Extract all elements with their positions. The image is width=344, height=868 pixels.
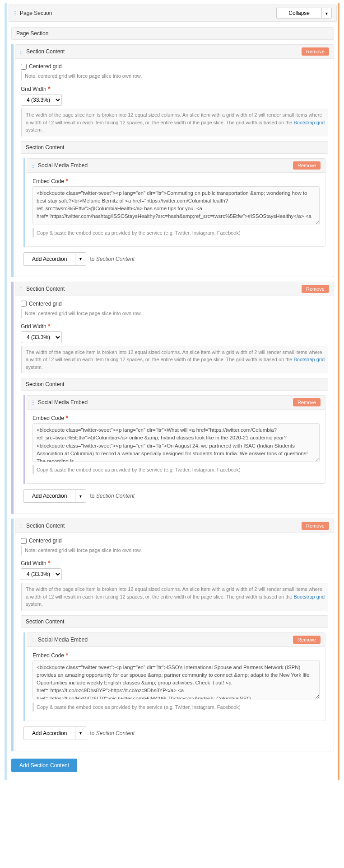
add-accordion-caret-button[interactable]: ▾ [75, 252, 86, 266]
drag-handle-icon[interactable]: :::: [20, 50, 24, 53]
grid-width-help: The width of the page slice item is brok… [21, 108, 328, 137]
remove-button[interactable]: Remove [302, 285, 329, 293]
required-icon: * [65, 177, 68, 184]
grid-width-help: The width of the page slice item is brok… [21, 583, 328, 611]
social-media-embed-title: Social Media Embed [38, 637, 88, 643]
centered-grid-note: Note: centered grid will force page slic… [21, 546, 328, 555]
grid-width-select[interactable]: 4 (33.3%) [21, 568, 62, 580]
add-accordion-button[interactable]: Add Accordion [23, 489, 75, 503]
section-content-subtitle: Section Content [26, 144, 64, 151]
bootstrap-grid-link[interactable]: Bootstrap grid [294, 594, 325, 599]
remove-button[interactable]: Remove [302, 47, 329, 56]
to-section-content-label: to Section Content [90, 256, 135, 262]
embed-code-textarea[interactable] [33, 660, 320, 699]
section-content-block: :::: Section Content Remove Centered gri… [11, 44, 334, 277]
embed-code-textarea[interactable] [33, 423, 320, 462]
add-section-content-button[interactable]: Add Section Content [11, 759, 77, 772]
collapse-button[interactable]: Collapse [276, 8, 321, 19]
centered-grid-checkbox[interactable] [21, 538, 27, 544]
section-content-subtitle: Section Content [26, 381, 64, 387]
grid-width-label: Grid Width * [21, 559, 328, 566]
page-section-title: Page Section [20, 10, 52, 16]
remove-embed-button[interactable]: Remove [293, 161, 321, 170]
embed-help-note: Copy & paste the embed code as provided … [33, 465, 320, 474]
remove-embed-button[interactable]: Remove [293, 398, 321, 406]
drag-handle-icon[interactable]: :::: [20, 287, 24, 291]
embed-code-label: Embed Code * [33, 177, 320, 184]
embed-code-label: Embed Code * [33, 414, 320, 421]
required-icon: * [48, 322, 50, 330]
embed-help-note: Copy & paste the embed code as provided … [33, 228, 320, 237]
embed-code-label: Embed Code * [33, 651, 320, 659]
collapse-caret-button[interactable]: ▾ [321, 8, 332, 19]
section-content-title: Section Content [26, 523, 65, 529]
centered-grid-label: Centered grid [29, 63, 62, 70]
bootstrap-grid-link[interactable]: Bootstrap grid [294, 357, 325, 362]
section-content-block: :::: Section Content Remove Centered gri… [11, 282, 334, 514]
section-content-block: :::: Section Content Remove Centered gri… [11, 519, 334, 751]
social-media-embed-title: Social Media Embed [38, 399, 88, 406]
page-section-subtitle: Page Section [16, 30, 48, 37]
remove-embed-button[interactable]: Remove [293, 636, 321, 644]
to-section-content-label: to Section Content [90, 493, 135, 499]
centered-grid-label: Centered grid [29, 301, 62, 307]
grid-width-label: Grid Width * [21, 85, 328, 92]
remove-button[interactable]: Remove [302, 522, 329, 530]
add-accordion-button[interactable]: Add Accordion [23, 252, 75, 266]
grid-width-help: The width of the page slice item is brok… [21, 346, 328, 374]
add-accordion-button[interactable]: Add Accordion [23, 726, 75, 740]
section-content-subtitle: Section Content [26, 618, 64, 625]
grid-width-select[interactable]: 4 (33.3%) [21, 94, 62, 106]
section-content-title: Section Content [26, 48, 65, 55]
drag-handle-icon[interactable]: :::: [32, 638, 36, 642]
required-icon: * [48, 85, 50, 92]
grid-width-select[interactable]: 4 (33.3%) [21, 331, 62, 343]
drag-handle-icon[interactable]: :::: [20, 524, 24, 528]
embed-help-note: Copy & paste the embed code as provided … [33, 703, 320, 712]
centered-grid-label: Centered grid [29, 538, 62, 544]
centered-grid-note: Note: centered grid will force page slic… [21, 71, 328, 80]
grid-width-label: Grid Width * [21, 322, 328, 330]
required-icon: * [65, 414, 68, 421]
drag-handle-icon[interactable]: :::: [32, 164, 36, 167]
embed-code-textarea[interactable] [33, 186, 320, 225]
section-content-title: Section Content [26, 286, 65, 292]
required-icon: * [48, 559, 50, 566]
drag-handle-icon[interactable]: :::: [32, 401, 36, 404]
required-icon: * [65, 651, 68, 659]
to-section-content-label: to Section Content [90, 730, 135, 736]
add-accordion-caret-button[interactable]: ▾ [75, 489, 86, 503]
add-accordion-caret-button[interactable]: ▾ [75, 726, 86, 740]
drag-handle-icon[interactable]: :::: [14, 11, 18, 15]
social-media-embed-title: Social Media Embed [38, 162, 88, 169]
centered-grid-note: Note: centered grid will force page slic… [21, 309, 328, 318]
bootstrap-grid-link[interactable]: Bootstrap grid [294, 120, 325, 125]
centered-grid-checkbox[interactable] [21, 64, 27, 70]
centered-grid-checkbox[interactable] [21, 301, 27, 307]
